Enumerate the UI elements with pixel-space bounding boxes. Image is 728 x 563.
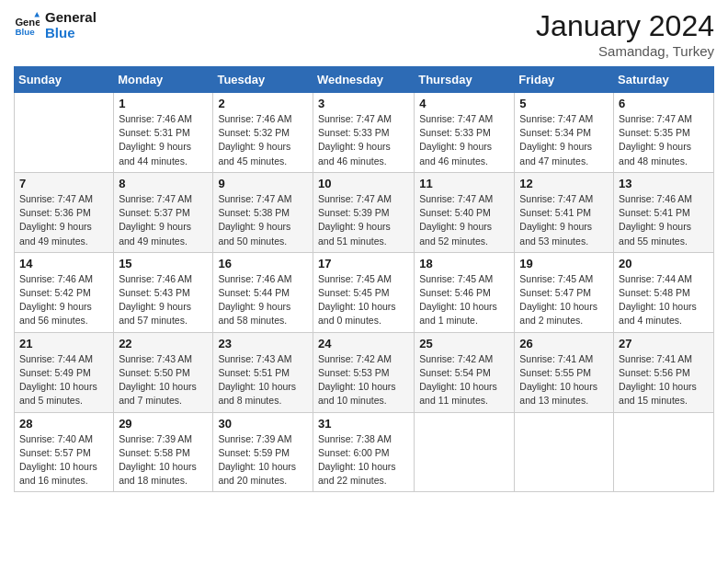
calendar-cell: 21Sunrise: 7:44 AMSunset: 5:49 PMDayligh… — [15, 332, 114, 412]
day-info: Sunrise: 7:47 AMSunset: 5:40 PMDaylight:… — [419, 192, 509, 248]
day-info: Sunrise: 7:41 AMSunset: 5:56 PMDaylight:… — [619, 352, 709, 408]
day-info: Sunrise: 7:46 AMSunset: 5:41 PMDaylight:… — [619, 192, 709, 248]
day-info: Sunrise: 7:47 AMSunset: 5:37 PMDaylight:… — [119, 192, 208, 248]
calendar-cell: 28Sunrise: 7:40 AMSunset: 5:57 PMDayligh… — [15, 412, 114, 492]
day-number: 21 — [19, 337, 108, 350]
day-number: 28 — [19, 417, 108, 431]
calendar-cell: 26Sunrise: 7:41 AMSunset: 5:55 PMDayligh… — [515, 332, 614, 412]
calendar-cell: 11Sunrise: 7:47 AMSunset: 5:40 PMDayligh… — [415, 172, 515, 252]
day-number: 26 — [519, 337, 609, 350]
weekday-header-wednesday: Wednesday — [313, 67, 414, 93]
day-number: 9 — [218, 177, 308, 190]
calendar-cell: 16Sunrise: 7:46 AMSunset: 5:44 PMDayligh… — [213, 252, 313, 332]
day-number: 25 — [419, 337, 509, 350]
weekday-header-saturday: Saturday — [614, 67, 714, 93]
calendar-cell: 29Sunrise: 7:39 AMSunset: 5:58 PMDayligh… — [114, 412, 213, 492]
logo-general: General — [45, 9, 97, 25]
day-number: 8 — [119, 177, 208, 190]
logo: General Blue General Blue — [14, 9, 97, 40]
day-number: 22 — [119, 337, 208, 350]
day-info: Sunrise: 7:47 AMSunset: 5:38 PMDaylight:… — [218, 192, 308, 248]
calendar-cell: 9Sunrise: 7:47 AMSunset: 5:38 PMDaylight… — [213, 172, 313, 252]
day-info: Sunrise: 7:46 AMSunset: 5:43 PMDaylight:… — [119, 272, 208, 328]
day-info: Sunrise: 7:44 AMSunset: 5:49 PMDaylight:… — [19, 352, 108, 408]
day-info: Sunrise: 7:46 AMSunset: 5:42 PMDaylight:… — [19, 272, 108, 328]
day-number: 3 — [318, 97, 409, 110]
calendar-cell: 2Sunrise: 7:46 AMSunset: 5:32 PMDaylight… — [213, 93, 313, 173]
day-info: Sunrise: 7:47 AMSunset: 5:33 PMDaylight:… — [318, 112, 409, 168]
calendar-cell: 1Sunrise: 7:46 AMSunset: 5:31 PMDaylight… — [114, 93, 213, 173]
weekday-header-monday: Monday — [114, 67, 213, 93]
day-number: 30 — [218, 417, 308, 431]
day-number: 11 — [419, 177, 509, 190]
day-info: Sunrise: 7:45 AMSunset: 5:45 PMDaylight:… — [318, 272, 409, 328]
day-info: Sunrise: 7:42 AMSunset: 5:54 PMDaylight:… — [419, 352, 509, 408]
day-number: 27 — [619, 337, 709, 350]
calendar-cell: 10Sunrise: 7:47 AMSunset: 5:39 PMDayligh… — [313, 172, 414, 252]
calendar-cell: 14Sunrise: 7:46 AMSunset: 5:42 PMDayligh… — [15, 252, 114, 332]
calendar-cell: 30Sunrise: 7:39 AMSunset: 5:59 PMDayligh… — [213, 412, 313, 492]
day-info: Sunrise: 7:47 AMSunset: 5:36 PMDaylight:… — [19, 192, 108, 248]
svg-text:Blue: Blue — [15, 27, 35, 37]
week-row-1: 1Sunrise: 7:46 AMSunset: 5:31 PMDaylight… — [15, 93, 714, 173]
day-number: 7 — [19, 177, 108, 190]
calendar-cell: 17Sunrise: 7:45 AMSunset: 5:45 PMDayligh… — [313, 252, 414, 332]
calendar-cell: 15Sunrise: 7:46 AMSunset: 5:43 PMDayligh… — [114, 252, 213, 332]
day-info: Sunrise: 7:39 AMSunset: 5:59 PMDaylight:… — [218, 432, 308, 488]
day-info: Sunrise: 7:40 AMSunset: 5:57 PMDaylight:… — [19, 432, 108, 488]
calendar-cell: 13Sunrise: 7:46 AMSunset: 5:41 PMDayligh… — [614, 172, 714, 252]
day-info: Sunrise: 7:46 AMSunset: 5:31 PMDaylight:… — [119, 112, 208, 168]
page-header: General Blue General Blue January 2024 S… — [14, 9, 714, 59]
day-number: 15 — [119, 257, 208, 270]
day-info: Sunrise: 7:47 AMSunset: 5:39 PMDaylight:… — [318, 192, 409, 248]
day-number: 16 — [218, 257, 308, 270]
calendar-cell: 23Sunrise: 7:43 AMSunset: 5:51 PMDayligh… — [213, 332, 313, 412]
day-number: 14 — [19, 257, 108, 270]
day-number: 29 — [119, 417, 208, 431]
calendar-cell: 19Sunrise: 7:45 AMSunset: 5:47 PMDayligh… — [515, 252, 614, 332]
day-number: 20 — [619, 257, 709, 270]
month-title: January 2024 — [536, 9, 714, 43]
weekday-header-thursday: Thursday — [415, 67, 515, 93]
day-number: 6 — [619, 97, 709, 110]
day-info: Sunrise: 7:43 AMSunset: 5:50 PMDaylight:… — [119, 352, 208, 408]
day-number: 12 — [519, 177, 609, 190]
day-number: 19 — [519, 257, 609, 270]
day-number: 13 — [619, 177, 709, 190]
week-row-5: 28Sunrise: 7:40 AMSunset: 5:57 PMDayligh… — [15, 412, 714, 492]
day-info: Sunrise: 7:46 AMSunset: 5:32 PMDaylight:… — [218, 112, 308, 168]
day-info: Sunrise: 7:47 AMSunset: 5:33 PMDaylight:… — [419, 112, 509, 168]
week-row-3: 14Sunrise: 7:46 AMSunset: 5:42 PMDayligh… — [15, 252, 714, 332]
calendar-cell: 8Sunrise: 7:47 AMSunset: 5:37 PMDaylight… — [114, 172, 213, 252]
calendar-cell: 6Sunrise: 7:47 AMSunset: 5:35 PMDaylight… — [614, 93, 714, 173]
calendar-cell: 18Sunrise: 7:45 AMSunset: 5:46 PMDayligh… — [415, 252, 515, 332]
calendar-cell: 22Sunrise: 7:43 AMSunset: 5:50 PMDayligh… — [114, 332, 213, 412]
day-info: Sunrise: 7:42 AMSunset: 5:53 PMDaylight:… — [318, 352, 409, 408]
day-info: Sunrise: 7:44 AMSunset: 5:48 PMDaylight:… — [619, 272, 709, 328]
calendar-cell — [415, 412, 515, 492]
day-number: 10 — [318, 177, 409, 190]
day-number: 31 — [318, 417, 409, 431]
weekday-header-friday: Friday — [515, 67, 614, 93]
day-info: Sunrise: 7:46 AMSunset: 5:44 PMDaylight:… — [218, 272, 308, 328]
svg-marker-2 — [34, 12, 40, 17]
day-number: 1 — [119, 97, 208, 110]
calendar-cell: 3Sunrise: 7:47 AMSunset: 5:33 PMDaylight… — [313, 93, 414, 173]
location: Samandag, Turkey — [536, 43, 714, 59]
calendar-cell: 31Sunrise: 7:38 AMSunset: 6:00 PMDayligh… — [313, 412, 414, 492]
week-row-2: 7Sunrise: 7:47 AMSunset: 5:36 PMDaylight… — [15, 172, 714, 252]
calendar-cell: 7Sunrise: 7:47 AMSunset: 5:36 PMDaylight… — [15, 172, 114, 252]
day-info: Sunrise: 7:41 AMSunset: 5:55 PMDaylight:… — [519, 352, 609, 408]
day-info: Sunrise: 7:39 AMSunset: 5:58 PMDaylight:… — [119, 432, 208, 488]
day-info: Sunrise: 7:45 AMSunset: 5:47 PMDaylight:… — [519, 272, 609, 328]
day-info: Sunrise: 7:43 AMSunset: 5:51 PMDaylight:… — [218, 352, 308, 408]
day-info: Sunrise: 7:47 AMSunset: 5:41 PMDaylight:… — [519, 192, 609, 248]
logo-icon: General Blue — [14, 12, 40, 38]
weekday-header-row: SundayMondayTuesdayWednesdayThursdayFrid… — [15, 67, 714, 93]
calendar-cell: 25Sunrise: 7:42 AMSunset: 5:54 PMDayligh… — [415, 332, 515, 412]
day-info: Sunrise: 7:47 AMSunset: 5:35 PMDaylight:… — [619, 112, 709, 168]
day-number: 17 — [318, 257, 409, 270]
day-info: Sunrise: 7:45 AMSunset: 5:46 PMDaylight:… — [419, 272, 509, 328]
weekday-header-tuesday: Tuesday — [213, 67, 313, 93]
calendar-cell: 20Sunrise: 7:44 AMSunset: 5:48 PMDayligh… — [614, 252, 714, 332]
